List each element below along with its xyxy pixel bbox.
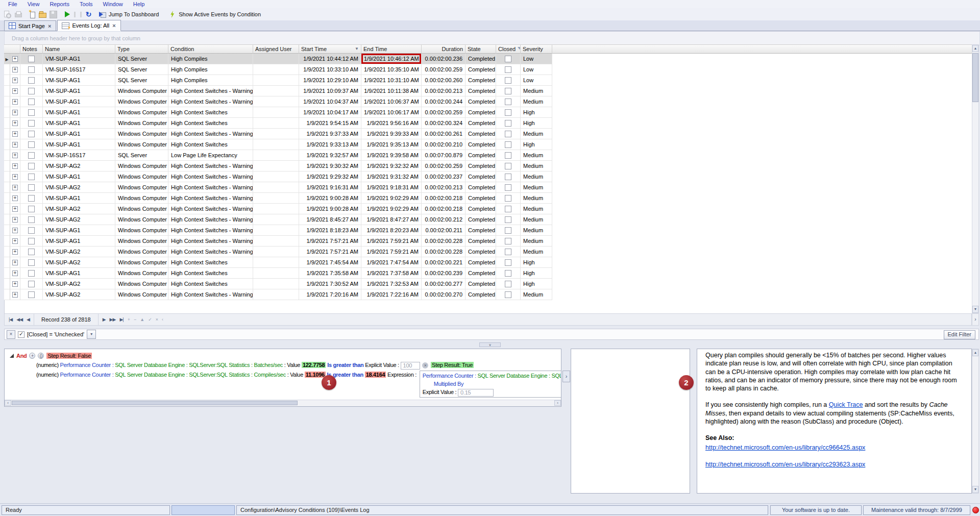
table-row[interactable]: VM-SUP-AG1 Windows Computer High Context… <box>4 129 552 139</box>
expand-cell[interactable] <box>10 118 20 129</box>
condition-cell[interactable]: High Context Switches - Warning <box>168 214 253 225</box>
expand-cell[interactable] <box>10 171 20 182</box>
table-row[interactable]: VM-SUP-AG2 Windows Computer High Context… <box>4 257 552 268</box>
name-cell[interactable]: VM-SUP-AG1 <box>43 139 115 150</box>
notes-cell[interactable] <box>20 118 43 129</box>
start-time-cell[interactable]: 1/9/2021 7:30:52 AM <box>299 279 361 289</box>
pager-last-button[interactable]: ▶| <box>117 317 125 322</box>
table-row[interactable]: VM-SUP-AG2 Windows Computer High Context… <box>4 279 552 289</box>
notes-checkbox[interactable] <box>28 163 35 169</box>
closed-cell[interactable] <box>496 64 521 75</box>
closed-cell[interactable] <box>496 150 521 161</box>
pager-prev-page-button[interactable]: ◀◀ <box>14 317 24 322</box>
notes-cell[interactable] <box>20 139 43 150</box>
duration-cell[interactable]: 0.00:02:00.236 <box>422 54 465 64</box>
condition-cell[interactable]: High Compiles <box>168 75 253 86</box>
notes-checkbox[interactable] <box>28 88 35 94</box>
closed-checkbox[interactable] <box>505 249 511 255</box>
severity-cell[interactable]: High <box>521 268 552 279</box>
expand-cell[interactable] <box>10 86 20 96</box>
start-time-cell[interactable]: 1/9/2021 10:29:10 AM <box>299 75 361 86</box>
header-condition[interactable]: Condition <box>168 44 253 54</box>
expand-icon[interactable] <box>12 249 18 255</box>
closed-cell[interactable] <box>496 247 521 257</box>
notes-checkbox[interactable] <box>28 259 35 266</box>
notes-cell[interactable] <box>20 161 43 171</box>
expand-cell[interactable] <box>10 225 20 236</box>
state-cell[interactable]: Completed <box>465 289 496 300</box>
start-time-cell[interactable]: 1/9/2021 10:04:37 AM <box>299 96 361 107</box>
pager-confirm-button[interactable]: ✓ <box>146 317 154 322</box>
name-cell[interactable]: VM-SUP-AG1 <box>43 86 115 96</box>
state-cell[interactable]: Completed <box>465 225 496 236</box>
notes-checkbox[interactable] <box>28 56 35 62</box>
notes-checkbox[interactable] <box>28 206 35 212</box>
pager-next-button[interactable]: ▶ <box>101 317 108 322</box>
status-update-message[interactable]: Your software is up to date. <box>770 505 862 515</box>
duration-cell[interactable]: 0.00:02:00.237 <box>422 171 465 182</box>
state-cell[interactable]: Completed <box>465 54 496 64</box>
name-cell[interactable]: VM-SUP-AG2 <box>43 279 115 289</box>
condition-cell[interactable]: High Context Switches - Warning <box>168 193 253 204</box>
open-button[interactable] <box>37 9 48 19</box>
duration-cell[interactable]: 0.00:02:00.239 <box>422 268 465 279</box>
end-time-cell[interactable]: 1/9/2021 10:06:37 AM <box>361 96 422 107</box>
state-cell[interactable]: Completed <box>465 86 496 96</box>
expand-cell[interactable] <box>10 214 20 225</box>
end-time-cell[interactable]: 1/9/2021 7:22:16 AM <box>361 289 422 300</box>
expression-operator[interactable]: Multiplied By <box>434 381 463 387</box>
condition-cell[interactable]: High Context Switches <box>168 257 253 268</box>
assigned-user-cell[interactable] <box>253 289 299 300</box>
name-cell[interactable]: VM-SUP-AG1 <box>43 193 115 204</box>
expand-icon[interactable] <box>12 238 18 244</box>
pager-first-button[interactable]: |◀ <box>7 317 14 322</box>
start-time-cell[interactable]: 1/9/2021 10:09:37 AM <box>299 86 361 96</box>
expand-icon[interactable] <box>12 131 18 137</box>
state-cell[interactable]: Completed <box>465 161 496 171</box>
type-cell[interactable]: SQL Server <box>115 54 168 64</box>
scrollbar-thumb[interactable] <box>12 401 298 405</box>
closed-cell[interactable] <box>496 161 521 171</box>
start-time-cell[interactable]: 1/9/2021 9:29:32 AM <box>299 171 361 182</box>
notes-cell[interactable] <box>20 204 43 214</box>
expression-source[interactable]: Performance Counter : <box>423 373 476 379</box>
end-time-cell[interactable]: 1/9/2021 9:39:33 AM <box>361 129 422 139</box>
condition-cell[interactable]: High Context Switches - Warning <box>168 182 253 193</box>
scroll-down-button[interactable]: ▼ <box>972 306 978 313</box>
start-time-cell[interactable]: 1/9/2021 10:33:10 AM <box>299 64 361 75</box>
end-time-cell[interactable]: 1/9/2021 7:59:21 AM <box>361 236 422 247</box>
table-row[interactable]: VM-SUP-AG1 Windows Computer High Context… <box>4 225 552 236</box>
assigned-user-cell[interactable] <box>253 279 299 289</box>
state-cell[interactable]: Completed <box>465 279 496 289</box>
pager-delete-button[interactable]: − <box>132 317 138 322</box>
closed-checkbox[interactable] <box>505 152 511 159</box>
notes-checkbox[interactable] <box>28 184 35 191</box>
menu-file[interactable]: File <box>3 1 22 7</box>
header-closed[interactable]: Closed <box>496 44 521 54</box>
assigned-user-cell[interactable] <box>253 268 299 279</box>
type-cell[interactable]: Windows Computer <box>115 289 168 300</box>
assigned-user-cell[interactable] <box>253 54 299 64</box>
pager-cancel-button[interactable]: × <box>154 317 160 322</box>
duration-cell[interactable]: 0.00:02:00.259 <box>422 161 465 171</box>
end-time-cell[interactable]: 1/9/2021 9:35:13 AM <box>361 139 422 150</box>
header-duration[interactable]: Duration <box>422 44 465 54</box>
technet-link-1[interactable]: http://technet.microsoft.com/en-us/libra… <box>705 444 865 451</box>
step1-source[interactable]: Performance Counter : <box>60 362 114 368</box>
expand-icon[interactable] <box>12 56 18 62</box>
add-condition-icon[interactable]: + <box>29 353 35 359</box>
expand-cell[interactable] <box>10 236 20 247</box>
condition-cell[interactable]: High Context Switches - Warning <box>168 204 253 214</box>
name-cell[interactable]: VM-SUP-16S17 <box>43 150 115 161</box>
table-row[interactable]: VM-SUP-AG1 SQL Server High Compiles 1/9/… <box>4 75 552 86</box>
header-state[interactable]: State <box>465 44 496 54</box>
expand-cell[interactable] <box>10 150 20 161</box>
severity-cell[interactable]: Medium <box>521 214 552 225</box>
end-time-cell[interactable]: 1/9/2021 7:59:21 AM <box>361 247 422 257</box>
notes-checkbox[interactable] <box>28 152 35 159</box>
start-time-cell[interactable]: 1/9/2021 9:54:15 AM <box>299 118 361 129</box>
table-row[interactable]: VM-SUP-AG1 Windows Computer High Context… <box>4 193 552 204</box>
pager-next-page-button[interactable]: ▶▶ <box>108 317 118 322</box>
expand-icon[interactable] <box>12 292 18 298</box>
scroll-right-button[interactable]: › <box>554 400 561 406</box>
